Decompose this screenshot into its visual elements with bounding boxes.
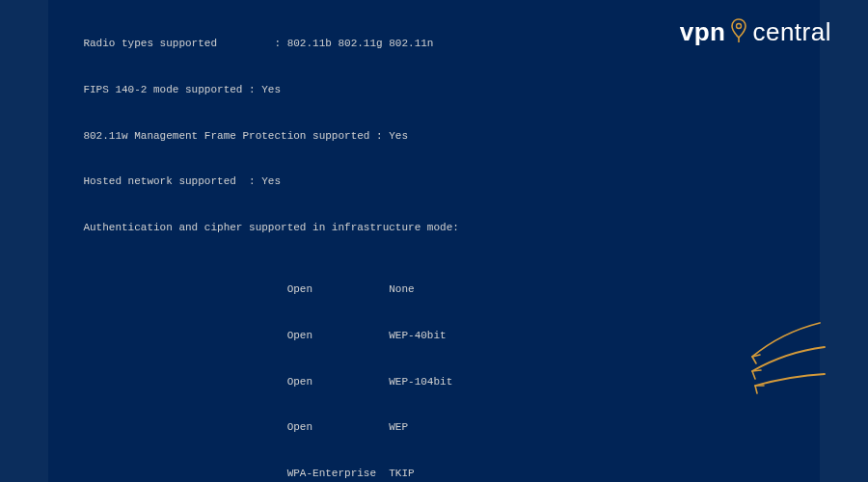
powershell-terminal[interactable]: Radio types supported : 802.11b 802.11g …: [48, 0, 820, 482]
output-line: Open WEP-104bit: [58, 375, 810, 390]
output-line: WPA-Enterprise TKIP: [58, 467, 810, 482]
output-line: Open WEP: [58, 420, 810, 436]
output-line: Radio types supported : 802.11b 802.11g …: [58, 37, 810, 52]
output-line: Open WEP-40bit: [58, 329, 810, 344]
output-line: 802.11w Management Frame Protection supp…: [58, 129, 810, 145]
output-line: Open None: [58, 282, 810, 298]
output-line: Authentication and cipher supported in i…: [58, 221, 810, 236]
output-line: FIPS 140-2 mode supported : Yes: [58, 83, 810, 98]
output-line: Hosted network supported : Yes: [58, 174, 810, 190]
